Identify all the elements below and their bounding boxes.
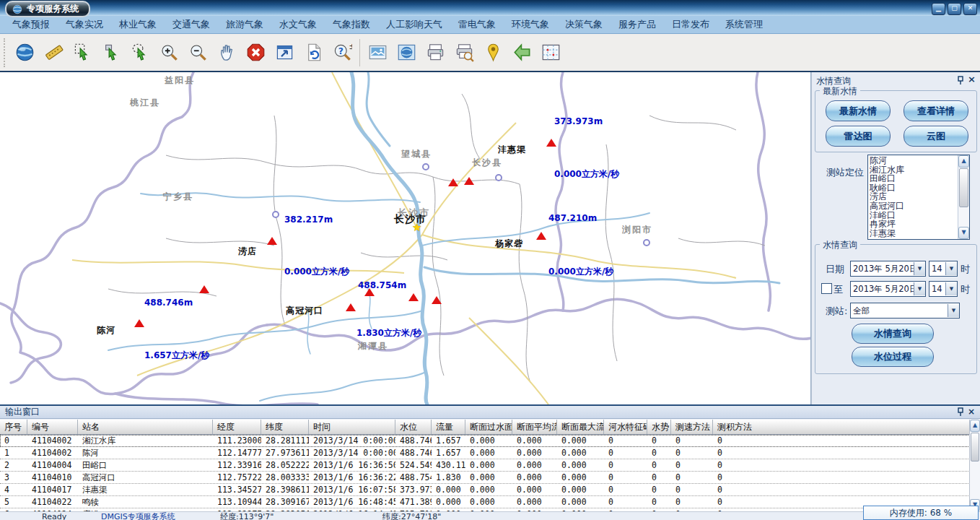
table-scroll-thumb[interactable] — [971, 433, 979, 462]
maximize-button[interactable]: ▢ — [948, 3, 961, 15]
station-list-item[interactable]: 田峪口 — [870, 174, 958, 183]
column-header-2[interactable]: 站名 — [78, 420, 213, 434]
to-date-checkbox[interactable] — [821, 283, 832, 294]
table-row[interactable]: 041104002湘江水库111.23000028.2811112013/3/1… — [0, 435, 970, 447]
to-date-combobox[interactable]: 2013年 5月20日▼ — [850, 281, 926, 297]
table-row[interactable]: 241104004田峪口112.33916728.0522222013/1/6 … — [0, 459, 970, 472]
column-header-5[interactable]: 时间 — [309, 420, 395, 434]
date-dropdown-icon[interactable]: ▼ — [914, 262, 925, 275]
minimize-button[interactable]: ▁ — [932, 3, 945, 15]
column-header-4[interactable]: 纬度 — [261, 420, 309, 434]
export-window-icon[interactable] — [270, 38, 299, 68]
hour-dropdown-icon[interactable]: ▼ — [945, 262, 957, 275]
station-list-item[interactable]: 陈河 — [870, 156, 958, 165]
station-dropdown-icon[interactable]: ▼ — [948, 304, 959, 317]
stop-icon[interactable] — [241, 38, 270, 68]
station-marker-icon[interactable] — [536, 232, 546, 240]
measure-icon[interactable] — [39, 38, 68, 68]
select-circle-icon[interactable] — [126, 38, 154, 68]
menu-item-4[interactable]: 旅游气象 — [218, 16, 271, 33]
water-query-button[interactable]: 水情查询 — [852, 324, 934, 344]
menu-item-8[interactable]: 雷电气象 — [450, 16, 504, 33]
select-feature-icon[interactable] — [68, 38, 97, 68]
zoom-out-icon[interactable] — [183, 38, 212, 68]
menu-item-0[interactable]: 气象预报 — [4, 16, 58, 33]
hour-combobox[interactable]: 14▼ — [929, 261, 958, 277]
station-listbox[interactable]: 陈河湘江水库田峪口耿峪口涝店高冠河口沣峪口冉家坪沣惠渠 ▲ ▼ — [867, 155, 970, 240]
map-grid-icon[interactable] — [536, 38, 565, 68]
scroll-thumb[interactable] — [959, 168, 968, 207]
column-header-6[interactable]: 水位 — [395, 420, 432, 434]
table-row[interactable]: 441104017沣惠渠113.34527828.3986112013/1/6 … — [0, 484, 970, 496]
to-hour-combobox[interactable]: 14▼ — [929, 281, 958, 297]
globe-icon[interactable] — [10, 38, 39, 68]
zoom-in-icon[interactable] — [154, 38, 183, 68]
menu-item-13[interactable]: 系统管理 — [717, 16, 771, 33]
close-button[interactable]: ✕ — [963, 3, 977, 15]
column-header-3[interactable]: 经度 — [213, 420, 261, 434]
column-header-10[interactable]: 断面最大流 — [557, 420, 604, 434]
globe-window-icon[interactable] — [392, 38, 421, 68]
station-marker-icon[interactable] — [199, 285, 209, 293]
station-marker-icon[interactable] — [364, 288, 375, 296]
station-marker-icon[interactable] — [346, 303, 356, 311]
station-list-item[interactable]: 沣惠渠 — [870, 229, 958, 238]
station-marker-icon[interactable] — [408, 293, 419, 301]
column-header-7[interactable]: 流量 — [432, 420, 465, 434]
station-marker-icon[interactable] — [546, 139, 556, 147]
station-marker-icon[interactable] — [448, 178, 458, 186]
image-icon[interactable] — [363, 38, 392, 68]
menu-item-3[interactable]: 交通气象 — [165, 16, 218, 33]
identify-icon[interactable]: ?± — [328, 38, 356, 68]
table-row[interactable]: 341104010高冠河口112.75722228.0033332013/1/6… — [0, 472, 970, 484]
station-marker-icon[interactable] — [432, 296, 442, 304]
column-header-0[interactable]: 序号 — [0, 420, 27, 434]
print-preview-icon[interactable] — [450, 38, 478, 68]
date-combobox[interactable]: 2013年 5月20日▼ — [850, 261, 926, 277]
column-header-13[interactable]: 测速方法 — [671, 420, 713, 434]
menu-item-11[interactable]: 服务产品 — [611, 16, 664, 33]
station-marker-icon[interactable] — [267, 237, 277, 245]
menu-item-10[interactable]: 决策气象 — [557, 16, 611, 33]
pan-icon[interactable] — [212, 38, 241, 68]
station-list-item[interactable]: 高冠河口 — [870, 202, 958, 211]
scroll-up-icon[interactable]: ▲ — [958, 155, 969, 168]
menu-item-6[interactable]: 气象指数 — [325, 16, 378, 33]
station-list-item[interactable]: 冉家坪 — [870, 220, 958, 229]
column-header-8[interactable]: 断面过水面 — [465, 420, 512, 434]
table-body[interactable]: 041104002湘江水库111.23000028.2811112013/3/1… — [0, 435, 970, 514]
placemark-icon[interactable] — [478, 38, 507, 68]
menu-item-1[interactable]: 气象实况 — [58, 16, 111, 33]
panel-close-icon[interactable]: × — [968, 74, 976, 84]
table-row[interactable]: 141104002陈河112.14777827.9736112013/3/14 … — [0, 447, 970, 459]
listbox-scrollbar[interactable]: ▲ ▼ — [958, 155, 969, 239]
scroll-down-icon[interactable]: ▼ — [958, 227, 969, 239]
output-pin-icon[interactable] — [957, 407, 964, 420]
back-icon[interactable] — [507, 38, 536, 68]
menu-item-7[interactable]: 人工影响天气 — [378, 16, 450, 33]
latest-water-button[interactable]: 最新水情 — [826, 100, 891, 121]
refresh-icon[interactable] — [299, 38, 328, 68]
water-level-process-button[interactable]: 水位过程 — [852, 347, 934, 367]
station-combobox[interactable]: 全部▼ — [850, 303, 960, 318]
panel-pin-icon[interactable] — [957, 76, 964, 87]
to-hour-dropdown-icon[interactable]: ▼ — [945, 282, 957, 295]
to-date-dropdown-icon[interactable]: ▼ — [914, 282, 925, 295]
menu-item-5[interactable]: 水文气象 — [271, 16, 325, 33]
cloud-chart-button[interactable]: 云图 — [904, 126, 968, 147]
map-canvas[interactable]: 益阳县桃江县望城县长沙县宁乡县长沙市浏阳市湘潭县长沙市沣惠渠涝店杨家砦高冠河口陈… — [0, 72, 811, 404]
column-header-1[interactable]: 编号 — [27, 420, 78, 434]
view-details-button[interactable]: 查看详情 — [904, 100, 968, 121]
column-header-11[interactable]: 河水特征码 — [604, 420, 647, 434]
column-header-9[interactable]: 断面平均流 — [512, 420, 557, 434]
select-arrow-icon[interactable] — [97, 38, 126, 68]
table-scrollbar[interactable]: ▲ ▼ — [969, 420, 980, 511]
table-scroll-up-icon[interactable]: ▲ — [970, 420, 980, 432]
menu-item-9[interactable]: 环境气象 — [504, 16, 557, 33]
column-header-12[interactable]: 水势 — [647, 420, 671, 434]
output-close-icon[interactable]: × — [968, 406, 975, 418]
menu-item-12[interactable]: 日常发布 — [664, 16, 717, 33]
station-marker-icon[interactable] — [134, 319, 144, 327]
column-header-14[interactable]: 测积方法 — [713, 420, 970, 434]
station-marker-icon[interactable] — [464, 177, 474, 185]
